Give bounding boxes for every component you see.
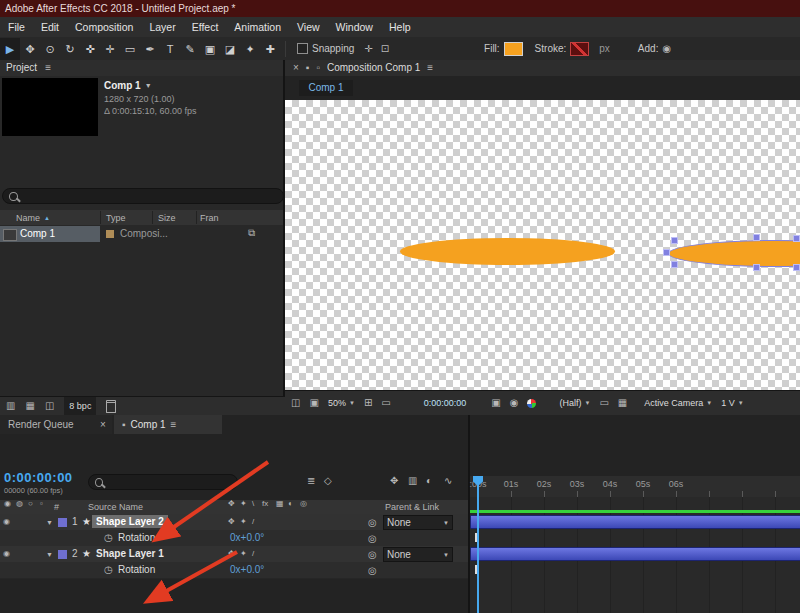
snapshot-icon[interactable]: ▣ (491, 398, 500, 408)
quality-switch-icon[interactable]: \ (252, 500, 254, 508)
always-preview-icon[interactable]: ◫ (291, 398, 300, 408)
playhead-line[interactable] (477, 476, 479, 613)
grid-guides-icon[interactable]: ⊞ (364, 398, 372, 408)
label-color-chip[interactable] (106, 230, 114, 238)
fill-color-swatch[interactable] (504, 42, 523, 56)
region-of-interest-icon[interactable]: ▭ (599, 398, 608, 408)
orbit-camera-tool-icon[interactable]: ↻ (60, 38, 80, 60)
property-name[interactable]: Rotation (118, 530, 155, 546)
rotation-value[interactable]: 0x+0.0° (230, 562, 264, 578)
view-layout-dropdown[interactable]: 1 V ▼ (721, 395, 743, 411)
chevron-down-icon[interactable]: ▼ (145, 82, 152, 89)
resolution-dropdown[interactable]: (Half) ▼ (559, 395, 590, 411)
menu-view[interactable]: View (289, 17, 328, 37)
eye-icon[interactable]: ◉ (3, 518, 10, 526)
pen-tool-icon[interactable]: ✒ (140, 38, 160, 60)
puppet-pin-tool-icon[interactable]: ✚ (260, 38, 280, 60)
timeline-search-input[interactable] (108, 476, 231, 488)
selection-handle[interactable] (663, 249, 670, 256)
quality-switch-icon[interactable]: / (252, 518, 254, 526)
property-row-rotation-2[interactable]: ◷ Rotation 0x+0.0° ◎ (0, 562, 468, 579)
pickwhip-icon[interactable]: ◎ (368, 534, 377, 544)
snapping-toggle[interactable]: Snapping (297, 43, 354, 54)
selection-handle[interactable] (671, 237, 678, 244)
composition-flowchart-icon[interactable]: ⧉ (248, 228, 255, 238)
column-divider[interactable] (100, 211, 101, 224)
menu-edit[interactable]: Edit (33, 17, 67, 37)
shape-ellipse-2-selected[interactable] (668, 240, 800, 267)
column-divider[interactable] (196, 211, 197, 224)
brush-tool-icon[interactable]: ✎ (180, 38, 200, 60)
menu-help[interactable]: Help (381, 17, 419, 37)
camera-view-dropdown[interactable]: Active Camera ▼ (644, 395, 712, 411)
fx-switch-icon[interactable]: fx (262, 500, 268, 508)
tab-comp1-timeline[interactable]: ▪ Comp 1 ≡ (114, 415, 222, 434)
shape-tool-icon[interactable]: ▭ (120, 38, 140, 60)
quality-switch-icon[interactable]: / (252, 550, 254, 558)
zoom-dropdown[interactable]: 50% ▼ (328, 395, 355, 411)
column-size[interactable]: Size (158, 213, 176, 223)
selection-tool-icon[interactable]: ▶ (0, 38, 20, 60)
selection-handle[interactable] (793, 235, 800, 242)
close-icon[interactable]: × (100, 420, 106, 430)
delete-icon[interactable] (106, 400, 116, 413)
timeline-search[interactable] (88, 474, 238, 490)
project-bit-depth[interactable]: 8 bpc (64, 397, 96, 415)
panel-menu-icon[interactable]: ≡ (171, 420, 177, 430)
track-camera-tool-icon[interactable]: ✜ (80, 38, 100, 60)
lock-icon[interactable]: ▫ (316, 63, 320, 73)
eye-icon[interactable]: ◉ (3, 550, 10, 558)
eye-icon[interactable]: ◉ (4, 500, 11, 508)
rotation-value[interactable]: 0x+0.0° (230, 530, 264, 546)
panel-menu-icon[interactable]: ≡ (45, 63, 51, 73)
stopwatch-icon[interactable]: ◷ (104, 565, 113, 575)
menu-layer[interactable]: Layer (141, 17, 183, 37)
parent-dropdown[interactable]: None ▼ (383, 515, 453, 530)
viewer-timecode[interactable]: 0:00:00:00 (424, 395, 467, 411)
layer-row-1[interactable]: ◉ ▼ 1 ★ Shape Layer 2 ✥ ✦ / ◎ None ▼ (0, 514, 468, 531)
hide-shy-icon[interactable]: ✥ (390, 476, 398, 486)
layer-duration-bar-2[interactable] (470, 547, 800, 561)
pan-behind-tool-icon[interactable]: ✛ (100, 38, 120, 60)
menu-animation[interactable]: Animation (226, 17, 289, 37)
project-search-input[interactable] (23, 190, 277, 202)
stopwatch-icon[interactable]: ◷ (104, 533, 113, 543)
zoom-tool-icon[interactable]: ⊙ (40, 38, 60, 60)
column-index[interactable]: # (54, 500, 59, 514)
pickwhip-icon[interactable]: ◎ (368, 518, 377, 528)
menu-effect[interactable]: Effect (184, 17, 227, 37)
draft-3d-icon[interactable]: ◇ (324, 476, 332, 486)
layer-name[interactable]: Shape Layer 2 (92, 515, 168, 528)
selection-handle[interactable] (671, 261, 678, 268)
current-timecode[interactable]: 0:00:00:00 (4, 470, 73, 485)
interpret-footage-icon[interactable]: ▥ (6, 401, 15, 411)
menu-file[interactable]: File (0, 17, 33, 37)
property-name[interactable]: Rotation (118, 562, 155, 578)
layer-color-chip[interactable] (58, 550, 67, 559)
transparency-grid-icon[interactable]: ▦ (618, 398, 627, 408)
property-row-rotation-1[interactable]: ◷ Rotation 0x+0.0° ◎ (0, 530, 468, 547)
eraser-tool-icon[interactable]: ◪ (220, 38, 240, 60)
column-type[interactable]: Type (106, 213, 126, 223)
mask-visibility-icon[interactable]: ▭ (381, 398, 390, 408)
parent-dropdown[interactable]: None ▼ (383, 547, 453, 562)
hand-tool-icon[interactable]: ✥ (20, 38, 40, 60)
titlebar[interactable]: Adobe After Effects CC 2018 - Untitled P… (0, 0, 800, 17)
stroke-color-swatch[interactable] (570, 42, 589, 56)
show-snapshot-icon[interactable]: ◉ (510, 398, 519, 408)
selection-handle[interactable] (793, 264, 800, 271)
lock-icon[interactable]: ▫ (40, 500, 43, 508)
collapse-switch-icon[interactable]: ✦ (240, 500, 247, 508)
snap-option-a-icon[interactable]: ✛ (364, 44, 372, 54)
column-divider[interactable] (152, 211, 153, 224)
layer-color-chip[interactable] (58, 518, 67, 527)
motion-blur-switch-icon[interactable]: ▦ (276, 500, 284, 508)
column-name[interactable]: Name (16, 213, 40, 223)
roto-brush-tool-icon[interactable]: ✦ (240, 38, 260, 60)
clone-stamp-tool-icon[interactable]: ▣ (200, 38, 220, 60)
snapping-checkbox[interactable] (297, 43, 308, 54)
audio-icon[interactable]: ◍ (16, 500, 23, 508)
project-comp-name[interactable]: Comp 1 (104, 80, 141, 91)
project-row-name[interactable]: Comp 1 (20, 227, 55, 241)
shy-switch-icon[interactable]: ✥ (228, 518, 235, 526)
